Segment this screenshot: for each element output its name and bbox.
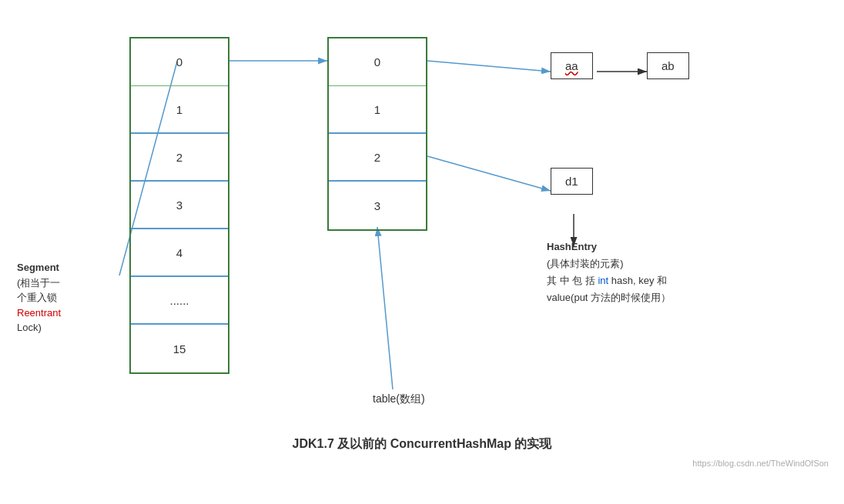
table-label: table(数组): [373, 392, 425, 406]
entry-aa: aa: [551, 52, 593, 79]
watermark: https://blog.csdn.net/TheWindOfSon: [692, 459, 829, 468]
entry-d1: d1: [551, 168, 593, 195]
table-cell-0: 0: [329, 38, 426, 86]
table-cell-1: 1: [329, 86, 426, 134]
table-array: 0 1 2 3: [327, 37, 427, 231]
segment-cell-15: 15: [131, 325, 228, 372]
entry-ab: ab: [647, 52, 689, 79]
hashentry-line1: (具体封装的元素): [547, 255, 809, 272]
footer-title: JDK1.7 及以前的 ConcurrentHashMap 的实现: [0, 436, 844, 452]
svg-line-3: [427, 156, 551, 191]
segment-desc2: 个重入锁: [17, 290, 117, 305]
segment-cell-dots: ......: [131, 277, 228, 325]
hashentry-line3: value(put 方法的时候使用）: [547, 289, 809, 306]
segment-cell-1: 1: [131, 86, 228, 134]
lock-label: Lock): [17, 320, 117, 335]
diagram-container: 0 1 2 3 4 ...... 15 0 1 2 3: [0, 0, 844, 477]
table-cell-3: 3: [329, 182, 426, 229]
hashentry-title: HashEntry: [547, 239, 809, 255]
hashentry-line2: 其 中 包 括 int hash, key 和: [547, 272, 809, 289]
hashentry-label: HashEntry (具体封装的元素) 其 中 包 括 int hash, ke…: [547, 239, 809, 306]
svg-line-6: [377, 227, 393, 389]
segment-desc1: (相当于一: [17, 275, 117, 291]
segment-array: 0 1 2 3 4 ...... 15: [129, 37, 229, 374]
segment-label: Segment (相当于一 个重入锁 Reentrant Lock): [17, 260, 117, 335]
segment-cell-4: 4: [131, 229, 228, 277]
segment-cell-0: 0: [131, 38, 228, 86]
reentrant-label: Reentrant: [17, 305, 117, 321]
segment-title: Segment: [17, 260, 117, 275]
table-cell-2: 2: [329, 134, 426, 182]
segment-cell-3: 3: [131, 182, 228, 229]
svg-line-1: [427, 61, 551, 72]
segment-cell-2: 2: [131, 134, 228, 182]
